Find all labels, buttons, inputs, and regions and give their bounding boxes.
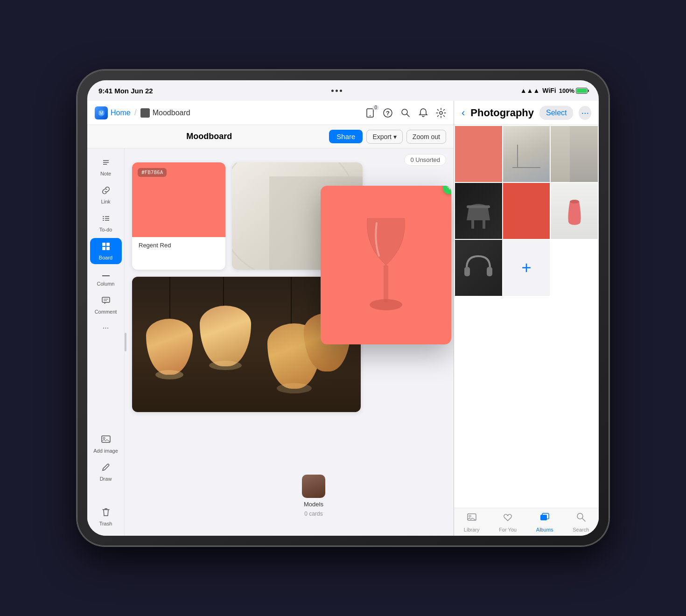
home-nav-item[interactable]: M Home	[95, 106, 131, 119]
photos-title: Photography	[470, 107, 534, 119]
device-icon-btn[interactable]: 0	[365, 108, 375, 118]
tab-library[interactable]: Library	[458, 509, 485, 535]
albums-tab-icon	[539, 511, 550, 525]
sidebar-label-note: Note	[100, 171, 111, 176]
help-icon-btn[interactable]: ?	[383, 108, 393, 118]
share-button[interactable]: Share	[329, 130, 363, 143]
panel-drag-handle[interactable]	[125, 333, 126, 351]
moodboard-nav-label: Moodboard	[153, 109, 190, 117]
tab-albums[interactable]: Albums	[531, 509, 559, 535]
status-time-date: 9:41 Mon Jun 22	[98, 87, 153, 95]
notification-icon-btn[interactable]	[418, 108, 428, 118]
photo-cell-plus[interactable]: +	[503, 240, 550, 296]
photo-cell-2[interactable]	[503, 126, 550, 182]
library-tab-icon	[466, 511, 477, 525]
svg-rect-20	[102, 247, 105, 250]
models-section: Models 0 cards	[302, 475, 325, 517]
tab-search[interactable]: Search	[567, 509, 595, 535]
toolbar: Moodboard Share Export ▾ Zoom out	[87, 125, 454, 148]
draw-icon	[101, 463, 111, 475]
sidebar-item-column[interactable]: Column	[90, 266, 122, 290]
svg-rect-21	[106, 247, 110, 250]
sidebar-item-comment[interactable]: Comment	[90, 292, 122, 318]
sidebar-item-add-image[interactable]: Add image	[90, 430, 122, 457]
models-thumbnail	[302, 475, 325, 498]
link-icon	[101, 186, 111, 197]
column-icon	[101, 270, 111, 280]
sidebar-label-column: Column	[97, 281, 115, 287]
svg-rect-38	[540, 515, 547, 520]
color-name-label: Regent Red	[132, 237, 225, 253]
photo-cell-1[interactable]	[455, 126, 502, 182]
unsorted-badge: 0 Unsorted	[404, 154, 446, 166]
ipad-screen: 9:41 Mon Jun 22 ▲▲▲ WiFi 100%	[87, 80, 599, 536]
drag-plus-button[interactable]: +	[443, 186, 451, 194]
photos-tabbar: Library For You	[454, 508, 599, 536]
svg-rect-34	[464, 267, 470, 276]
photos-panel: ‹ Photography Select ···	[454, 101, 599, 536]
home-app-icon: M	[95, 106, 108, 119]
library-tab-label: Library	[464, 527, 480, 532]
sidebar-item-more[interactable]: ···	[90, 320, 122, 336]
sidebar-label-comment: Comment	[95, 309, 117, 315]
sidebar-item-board[interactable]: Board	[90, 238, 122, 264]
sidebar-item-todo[interactable]: To-do	[90, 210, 122, 236]
tab-for-you[interactable]: For You	[493, 509, 522, 535]
select-button[interactable]: Select	[539, 106, 573, 120]
svg-rect-19	[106, 243, 110, 246]
zoom-out-button[interactable]: Zoom out	[406, 130, 446, 144]
sidebar-item-draw[interactable]: Draw	[90, 459, 122, 485]
more-icon: ···	[103, 324, 109, 332]
device-badge: 0	[372, 105, 379, 110]
search-tab-label: Search	[573, 527, 589, 532]
nav-icons: 0 ?	[365, 108, 446, 118]
trash-icon	[101, 507, 111, 519]
svg-point-8	[440, 112, 442, 114]
signal-icon: ▲▲▲	[520, 87, 540, 94]
wifi-icon: WiFi	[542, 87, 556, 94]
chair-svg	[460, 192, 497, 230]
svg-point-33	[570, 200, 579, 203]
add-photo-icon: +	[521, 258, 531, 278]
svg-rect-26	[102, 436, 110, 442]
search-icon-btn[interactable]	[400, 108, 411, 118]
toolbar-actions: Share Export ▾ Zoom out	[329, 130, 446, 144]
svg-text:M: M	[99, 111, 103, 116]
toolbar-title: Moodboard	[95, 132, 323, 141]
sidebar-item-note[interactable]: Note	[90, 154, 122, 180]
photo-cell-6[interactable]	[551, 183, 598, 239]
svg-rect-28	[384, 265, 388, 302]
color-card[interactable]: #FB786A Regent Red	[132, 162, 225, 270]
sidebar-item-link[interactable]: Link	[90, 182, 122, 208]
photo-cell-3[interactable]	[551, 126, 598, 182]
svg-line-7	[407, 114, 410, 117]
more-button[interactable]: ···	[579, 106, 591, 120]
photo-cell-5[interactable]	[503, 183, 550, 239]
home-label: Home	[111, 109, 131, 117]
dragged-image-card[interactable]: +	[321, 186, 451, 344]
note-icon	[101, 158, 111, 169]
sidebar-label-add-image: Add image	[93, 448, 118, 454]
nav-bar: M Home / Moodboard	[87, 101, 454, 125]
status-bar: 9:41 Mon Jun 22 ▲▲▲ WiFi 100%	[87, 80, 599, 101]
search-tab-icon	[575, 511, 587, 525]
models-count: 0 cards	[304, 511, 322, 517]
sidebar-label-board: Board	[99, 255, 112, 260]
for-you-tab-icon	[502, 511, 513, 525]
settings-icon-btn[interactable]	[436, 108, 446, 118]
back-button[interactable]: ‹	[462, 107, 465, 119]
svg-point-37	[469, 515, 471, 517]
photos-header: ‹ Photography Select ···	[454, 101, 599, 125]
models-label: Models	[304, 501, 323, 508]
moodboard-canvas[interactable]: 0 Unsorted #FB786A Regent Red	[125, 148, 454, 536]
add-image-icon	[101, 434, 111, 447]
export-button[interactable]: Export ▾	[366, 130, 402, 144]
moodboard-nav-item[interactable]: Moodboard	[140, 108, 190, 118]
svg-rect-35	[487, 267, 492, 276]
photo-cell-7[interactable]	[455, 240, 502, 296]
sidebar-item-trash[interactable]: Trash	[90, 503, 122, 530]
moodboard-panel: M Home / Moodboard	[87, 101, 454, 536]
wine-glass-illustration	[353, 209, 419, 321]
svg-point-3	[370, 115, 371, 116]
photo-cell-4[interactable]	[455, 183, 502, 239]
